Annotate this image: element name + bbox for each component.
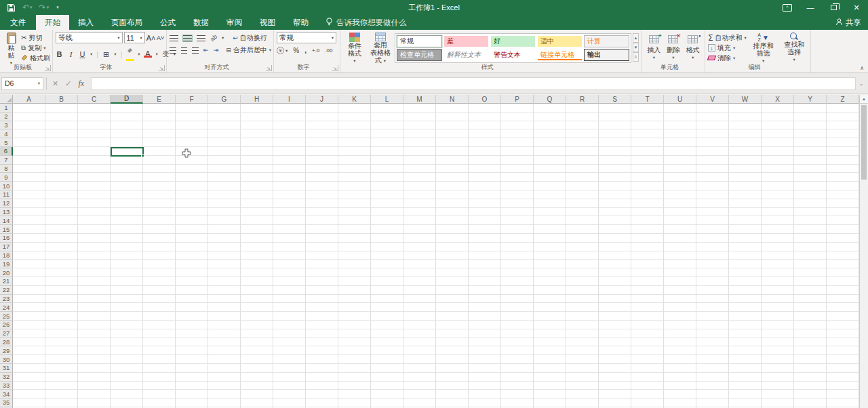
close-button[interactable]: ✕ [845, 0, 868, 15]
tell-me-box[interactable]: 告诉我你想要做什么 [317, 15, 415, 30]
style-output[interactable]: 输出 [584, 49, 629, 61]
row-header[interactable]: 13 [0, 208, 13, 217]
row-header[interactable]: 6 [0, 147, 13, 156]
column-header[interactable]: S [599, 95, 631, 104]
font-family-select[interactable]: 等线▾ [56, 32, 123, 43]
merge-center-button[interactable]: ⊟合并后居中▾ [226, 45, 271, 56]
collapse-ribbon-icon[interactable]: ∧ [860, 65, 864, 71]
gallery-more-icon[interactable]: ≡ [633, 52, 639, 62]
column-header[interactable]: C [78, 95, 111, 104]
select-all-corner[interactable] [0, 95, 13, 104]
tab-insert[interactable]: 插入 [69, 15, 102, 30]
column-header[interactable]: O [469, 95, 501, 104]
shrink-font-icon[interactable]: A˅ [157, 35, 164, 41]
column-header[interactable]: I [273, 95, 306, 104]
customize-qat-icon[interactable]: ▾ [56, 5, 59, 10]
gallery-scroll-down-icon[interactable]: ▼ [633, 43, 639, 52]
row-header[interactable]: 26 [0, 321, 13, 329]
row-header[interactable]: 1 [0, 104, 13, 113]
row-header[interactable]: 15 [0, 225, 13, 234]
row-header[interactable]: 7 [0, 156, 13, 165]
row-header[interactable]: 18 [0, 251, 13, 260]
row-header[interactable]: 32 [0, 373, 13, 382]
fill-handle[interactable] [141, 154, 144, 157]
column-header[interactable]: E [143, 95, 176, 104]
tab-home[interactable]: 开始 [36, 15, 69, 30]
row-header[interactable]: 14 [0, 216, 13, 225]
fill-button[interactable]: ↓填充▾ [708, 43, 747, 53]
tab-help[interactable]: 帮助 [284, 15, 317, 30]
column-header[interactable]: B [45, 95, 78, 104]
style-linked-cell[interactable]: 链接单元格 [537, 49, 583, 61]
right-align-icon[interactable] [192, 47, 199, 54]
row-header[interactable]: 34 [0, 390, 13, 399]
row-header[interactable]: 23 [0, 295, 13, 304]
left-align-icon[interactable] [170, 47, 176, 54]
increase-indent-icon[interactable]: ⇥ [214, 47, 219, 54]
share-button[interactable]: 共享 [835, 15, 861, 30]
expand-formula-bar-icon[interactable]: ⌄ [856, 81, 867, 87]
selected-cell[interactable] [111, 147, 144, 157]
row-header[interactable]: 2 [0, 113, 13, 121]
wrap-text-button[interactable]: ↩自动换行 [233, 33, 267, 43]
cut-button[interactable]: ✂剪切 [21, 33, 50, 43]
row-header[interactable]: 3 [0, 121, 13, 130]
row-header[interactable]: 9 [0, 173, 13, 182]
row-header[interactable]: 20 [0, 268, 13, 277]
row-header[interactable]: 21 [0, 277, 13, 286]
minimize-button[interactable]: — [799, 0, 822, 15]
row-header[interactable]: 11 [0, 190, 13, 199]
name-box[interactable]: D6▾ [1, 77, 43, 90]
ribbon-display-options-icon[interactable]: ^ [776, 0, 799, 15]
tab-review[interactable]: 审阅 [218, 15, 251, 30]
column-header[interactable]: U [664, 95, 696, 104]
style-calculation[interactable]: 计算 [584, 35, 629, 47]
format-painter-button[interactable]: 格式刷 [21, 53, 50, 63]
column-header[interactable]: Z [827, 95, 859, 104]
tab-data[interactable]: 数据 [184, 15, 218, 30]
comma-style-icon[interactable]: , [304, 47, 307, 54]
column-header[interactable]: G [208, 95, 241, 104]
column-header[interactable]: J [306, 95, 338, 104]
save-icon[interactable] [7, 3, 16, 12]
vertical-scrollbar[interactable]: ▲ [859, 95, 868, 408]
middle-align-icon[interactable] [183, 35, 192, 41]
column-header[interactable]: Q [534, 95, 566, 104]
scrollbar-thumb[interactable] [861, 105, 867, 180]
row-header[interactable]: 24 [0, 303, 13, 312]
column-header[interactable]: A [13, 95, 45, 104]
row-header[interactable]: 8 [0, 165, 13, 174]
font-dialog-launcher-icon[interactable]: ↘ [159, 65, 165, 71]
clipboard-dialog-launcher-icon[interactable]: ↘ [45, 65, 51, 71]
style-explanatory-text[interactable]: 解释性文本 [443, 49, 489, 61]
cancel-icon[interactable]: ✕ [52, 79, 58, 88]
italic-button[interactable]: I [67, 50, 75, 58]
row-header[interactable]: 25 [0, 312, 13, 321]
format-cells-button[interactable]: ▪ 格式▾ [684, 32, 702, 63]
column-header[interactable]: T [631, 95, 664, 104]
row-header[interactable]: 5 [0, 138, 13, 147]
column-header[interactable]: F [176, 95, 208, 104]
grow-font-icon[interactable]: A˄ [146, 34, 155, 42]
column-header[interactable]: N [436, 95, 469, 104]
row-header[interactable]: 10 [0, 182, 13, 190]
font-color-icon[interactable]: A [144, 51, 152, 58]
font-size-select[interactable]: 11▾ [124, 32, 145, 43]
conditional-formatting-button[interactable]: 条件格式▾ [343, 32, 366, 63]
column-header[interactable]: V [696, 95, 729, 104]
tab-view[interactable]: 视图 [251, 15, 284, 30]
row-header[interactable]: 35 [0, 399, 13, 407]
cell-grid[interactable] [13, 104, 859, 408]
bold-button[interactable]: B [56, 50, 63, 58]
increase-decimal-icon[interactable]: +.0 [312, 47, 319, 54]
column-header[interactable]: L [371, 95, 403, 104]
bottom-align-icon[interactable] [197, 35, 205, 41]
insert-cells-button[interactable]: + 插入▾ [645, 32, 663, 63]
formula-input[interactable] [91, 77, 856, 90]
style-normal[interactable]: 常规 [397, 35, 442, 47]
copy-button[interactable]: ⧉复制▾ [21, 43, 50, 53]
undo-icon[interactable]: ↶▾ [22, 3, 33, 12]
column-header[interactable]: X [762, 95, 794, 104]
row-header[interactable]: 31 [0, 364, 13, 373]
tab-formulas[interactable]: 公式 [151, 15, 184, 30]
